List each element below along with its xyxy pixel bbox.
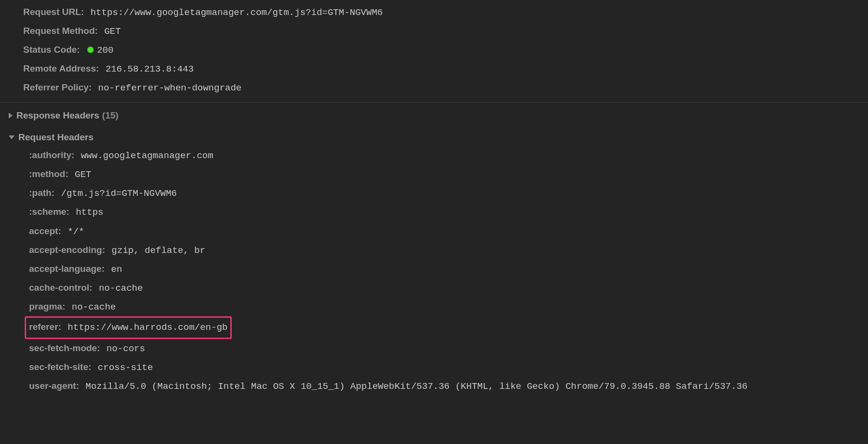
- network-headers-panel: Request URL: https://www.googletagmanage…: [0, 0, 868, 444]
- label-sec-fetch-site: sec-fetch-site:: [29, 362, 91, 372]
- chevron-down-icon: [9, 135, 15, 139]
- value-request-method[interactable]: GET: [104, 26, 120, 37]
- value-request-url[interactable]: https://www.googletagmanager.com/gtm.js?…: [90, 7, 383, 18]
- response-headers-section: Response Headers (15): [0, 103, 868, 124]
- header-method: :method: GET: [6, 165, 868, 184]
- label-remote-address: Remote Address:: [23, 63, 99, 74]
- value-method[interactable]: GET: [75, 169, 91, 180]
- value-remote-address[interactable]: 216.58.213.8:443: [105, 64, 194, 74]
- label-sec-fetch-mode: sec-fetch-mode:: [29, 343, 100, 353]
- value-scheme[interactable]: https: [76, 207, 104, 218]
- value-accept-language[interactable]: en: [111, 264, 122, 275]
- header-sec-fetch-site: sec-fetch-site: cross-site: [6, 358, 868, 377]
- value-path[interactable]: /gtm.js?id=GTM-NGVWM6: [61, 188, 177, 199]
- label-pragma: pragma:: [29, 301, 65, 311]
- header-cache-control: cache-control: no-cache: [6, 279, 868, 297]
- highlight-annotation: referer: https://www.harrods.com/en-gb: [25, 316, 232, 339]
- general-remote-address: Remote Address: 216.58.213.8:443: [0, 59, 868, 78]
- general-request-url: Request URL: https://www.googletagmanage…: [0, 3, 868, 22]
- response-headers-title: Response Headers: [16, 106, 99, 124]
- header-referer: referer: https://www.harrods.com/en-gb: [6, 316, 868, 339]
- value-user-agent[interactable]: Mozilla/5.0 (Macintosh; Intel Mac OS X 1…: [86, 381, 748, 392]
- label-user-agent: user-agent:: [29, 381, 79, 391]
- label-referer: referer:: [29, 322, 61, 332]
- value-sec-fetch-site[interactable]: cross-site: [98, 362, 153, 373]
- header-accept-language: accept-language: en: [6, 260, 868, 279]
- chevron-right-icon: [9, 113, 13, 118]
- value-referer[interactable]: https://www.harrods.com/en-gb: [68, 322, 228, 333]
- label-request-url: Request URL:: [23, 7, 84, 17]
- general-referrer-policy: Referrer Policy: no-referrer-when-downgr…: [0, 78, 868, 97]
- request-headers-toggle[interactable]: Request Headers: [6, 128, 868, 146]
- request-headers-title: Request Headers: [18, 128, 93, 146]
- value-accept[interactable]: */*: [68, 226, 84, 237]
- header-authority: :authority: www.googletagmanager.com: [6, 146, 868, 165]
- label-authority: :authority:: [29, 150, 75, 160]
- header-accept-encoding: accept-encoding: gzip, deflate, br: [6, 241, 868, 260]
- header-sec-fetch-mode: sec-fetch-mode: no-cors: [6, 339, 868, 358]
- header-accept: accept: */*: [6, 222, 868, 241]
- label-scheme: :scheme:: [29, 207, 69, 217]
- value-pragma[interactable]: no-cache: [72, 302, 116, 312]
- response-headers-count: (15): [102, 106, 119, 124]
- header-pragma: pragma: no-cache: [6, 297, 868, 316]
- header-path: :path: /gtm.js?id=GTM-NGVWM6: [6, 184, 868, 203]
- status-code-text: 200: [97, 45, 113, 56]
- label-accept-language: accept-language:: [29, 264, 105, 274]
- header-user-agent: user-agent: Mozilla/5.0 (Macintosh; Inte…: [6, 377, 868, 396]
- label-referrer-policy: Referrer Policy:: [23, 82, 92, 92]
- value-referrer-policy[interactable]: no-referrer-when-downgrade: [98, 83, 241, 93]
- label-path: :path:: [29, 188, 55, 198]
- general-request-method: Request Method: GET: [0, 22, 868, 41]
- general-status-code: Status Code: 200: [0, 41, 868, 59]
- value-status-code[interactable]: 200: [86, 45, 113, 56]
- value-sec-fetch-mode[interactable]: no-cors: [106, 343, 145, 354]
- header-scheme: :scheme: https: [6, 203, 868, 222]
- status-dot-icon: [87, 46, 94, 53]
- label-cache-control: cache-control:: [29, 282, 92, 293]
- label-request-method: Request Method:: [23, 26, 98, 36]
- response-headers-toggle[interactable]: Response Headers (15): [6, 106, 868, 124]
- request-headers-section: Request Headers :authority: www.googleta…: [0, 124, 868, 396]
- label-status-code: Status Code:: [23, 44, 80, 55]
- value-authority[interactable]: www.googletagmanager.com: [81, 150, 213, 161]
- value-cache-control[interactable]: no-cache: [99, 283, 143, 294]
- label-method: :method:: [29, 169, 68, 179]
- label-accept: accept:: [29, 226, 61, 236]
- value-accept-encoding[interactable]: gzip, deflate, br: [112, 245, 206, 256]
- label-accept-encoding: accept-encoding:: [29, 245, 105, 255]
